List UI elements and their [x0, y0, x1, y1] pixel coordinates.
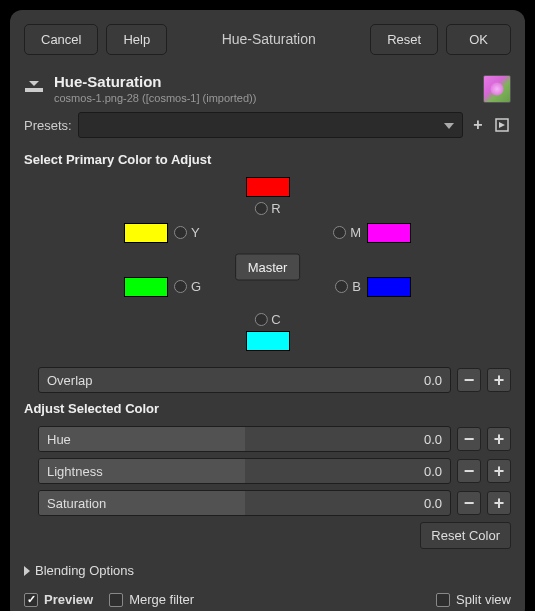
help-button[interactable]: Help: [106, 24, 167, 55]
lightness-slider[interactable]: Lightness 0.0: [38, 458, 451, 484]
swatch-cyan: [246, 331, 290, 351]
overlap-row: Overlap 0.0 − +: [24, 367, 511, 393]
split-view-label: Split view: [456, 592, 511, 607]
hue-slider[interactable]: Hue 0.0: [38, 426, 451, 452]
image-thumbnail: [483, 75, 511, 103]
hue-minus-button[interactable]: −: [457, 427, 481, 451]
reset-button[interactable]: Reset: [370, 24, 438, 55]
lightness-label: Lightness: [47, 464, 103, 479]
merge-filter-label: Merge filter: [129, 592, 194, 607]
overlap-value: 0.0: [424, 373, 442, 388]
preview-label: Preview: [44, 592, 93, 607]
presets-row: Presets: +: [24, 112, 511, 138]
saturation-minus-button[interactable]: −: [457, 491, 481, 515]
tool-icon: [24, 81, 44, 97]
hue-label: Hue: [47, 432, 71, 447]
split-view-checkbox-group[interactable]: Split view: [436, 592, 511, 607]
radio-y[interactable]: Y: [174, 225, 200, 240]
bottom-row: Preview Merge filter Split view: [24, 592, 511, 607]
add-preset-icon[interactable]: +: [469, 116, 487, 134]
select-primary-title: Select Primary Color to Adjust: [24, 152, 511, 167]
radio-g-input[interactable]: [174, 280, 187, 293]
master-button[interactable]: Master: [235, 254, 301, 281]
color-wheel: R M B C G Y Master: [24, 177, 511, 357]
radio-r[interactable]: R: [254, 201, 280, 216]
hue-value: 0.0: [424, 432, 442, 447]
window-title: Hue-Saturation: [175, 24, 362, 55]
swatch-red: [246, 177, 290, 197]
radio-m-label: M: [350, 225, 361, 240]
radio-m-input[interactable]: [333, 226, 346, 239]
radio-b-input[interactable]: [335, 280, 348, 293]
merge-filter-checkbox-group[interactable]: Merge filter: [109, 592, 194, 607]
lightness-value: 0.0: [424, 464, 442, 479]
swatch-blue: [367, 277, 411, 297]
overlap-slider[interactable]: Overlap 0.0: [38, 367, 451, 393]
lightness-plus-button[interactable]: +: [487, 459, 511, 483]
radio-y-label: Y: [191, 225, 200, 240]
swatch-magenta: [367, 223, 411, 243]
swatch-green: [124, 277, 168, 297]
manage-presets-icon[interactable]: [493, 116, 511, 134]
caret-right-icon: [24, 566, 30, 576]
overlap-plus-button[interactable]: +: [487, 368, 511, 392]
saturation-plus-button[interactable]: +: [487, 491, 511, 515]
ok-button[interactable]: OK: [446, 24, 511, 55]
blending-options-label: Blending Options: [35, 563, 134, 578]
saturation-row: Saturation 0.0 − +: [24, 490, 511, 516]
radio-b[interactable]: B: [335, 279, 361, 294]
lightness-row: Lightness 0.0 − +: [24, 458, 511, 484]
adjust-title: Adjust Selected Color: [24, 401, 511, 416]
overlap-minus-button[interactable]: −: [457, 368, 481, 392]
header: Hue-Saturation cosmos-1.png-28 ([cosmos-…: [24, 73, 511, 104]
radio-r-label: R: [271, 201, 280, 216]
cancel-button[interactable]: Cancel: [24, 24, 98, 55]
hue-row: Hue 0.0 − +: [24, 426, 511, 452]
overlap-label: Overlap: [47, 373, 93, 388]
dialog-title: Hue-Saturation: [54, 73, 256, 90]
radio-r-input[interactable]: [254, 202, 267, 215]
preview-checkbox[interactable]: [24, 593, 38, 607]
presets-label: Presets:: [24, 118, 72, 133]
saturation-slider[interactable]: Saturation 0.0: [38, 490, 451, 516]
radio-c[interactable]: C: [254, 312, 280, 327]
saturation-label: Saturation: [47, 496, 106, 511]
presets-combo[interactable]: [78, 112, 463, 138]
image-name: cosmos-1.png-28 ([cosmos-1] (imported)): [54, 92, 256, 104]
radio-y-input[interactable]: [174, 226, 187, 239]
radio-g[interactable]: G: [174, 279, 201, 294]
radio-c-label: C: [271, 312, 280, 327]
blending-options-toggle[interactable]: Blending Options: [24, 563, 511, 578]
split-view-checkbox[interactable]: [436, 593, 450, 607]
radio-b-label: B: [352, 279, 361, 294]
titlebar: Cancel Help Hue-Saturation Reset OK: [24, 24, 511, 55]
radio-m[interactable]: M: [333, 225, 361, 240]
saturation-value: 0.0: [424, 496, 442, 511]
hue-saturation-dialog: Cancel Help Hue-Saturation Reset OK Hue-…: [10, 10, 525, 611]
swatch-yellow: [124, 223, 168, 243]
merge-filter-checkbox[interactable]: [109, 593, 123, 607]
lightness-minus-button[interactable]: −: [457, 459, 481, 483]
radio-c-input[interactable]: [254, 313, 267, 326]
reset-color-button[interactable]: Reset Color: [420, 522, 511, 549]
preview-checkbox-group[interactable]: Preview: [24, 592, 93, 607]
hue-plus-button[interactable]: +: [487, 427, 511, 451]
radio-g-label: G: [191, 279, 201, 294]
